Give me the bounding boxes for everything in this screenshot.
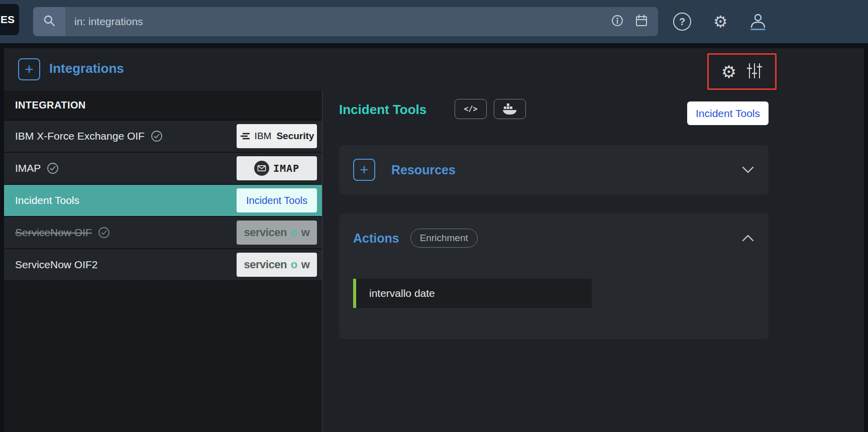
integrations-header: + Integrations ⚙ xyxy=(4,48,864,91)
search-trailing-icons xyxy=(611,14,648,29)
integration-name: ServiceNow OIF xyxy=(15,227,92,239)
detail-title: Incident Tools xyxy=(339,102,426,118)
enrichment-badge: Enrichment xyxy=(410,229,478,248)
table-row-imap[interactable]: IMAP IMAP xyxy=(4,153,322,185)
info-icon[interactable] xyxy=(611,14,624,29)
calendar-icon[interactable] xyxy=(635,14,648,29)
table-row-incident-tools[interactable]: Incident Tools Incident Tools xyxy=(4,185,322,217)
search-input[interactable] xyxy=(65,7,611,36)
add-integration-button[interactable]: + xyxy=(18,58,40,80)
global-search-bar xyxy=(33,7,658,36)
user-active-underline xyxy=(750,29,766,30)
search-icon xyxy=(43,14,56,29)
person-icon xyxy=(750,13,766,28)
add-resource-button[interactable]: + xyxy=(353,159,375,181)
incident-tools-pill-button[interactable]: Incident Tools xyxy=(687,101,769,125)
docker-button[interactable] xyxy=(494,99,526,119)
table-row-servicenow-oif[interactable]: ServiceNow OIF servicenow xyxy=(4,217,322,249)
annotation-highlight-red-box: ⚙ xyxy=(707,53,777,90)
action-item-intervallo-date[interactable]: intervallo date xyxy=(353,279,592,308)
check-icon xyxy=(47,162,59,174)
check-icon xyxy=(151,130,163,142)
action-item-label: intervallo date xyxy=(369,287,435,299)
ibm-logo-icon xyxy=(240,132,251,141)
envelope-icon xyxy=(254,161,269,176)
docker-whale-icon xyxy=(502,102,517,117)
integration-name: Incident Tools xyxy=(15,194,79,206)
top-navigation-bar: ES xyxy=(0,0,868,43)
settings-gear-icon[interactable]: ⚙ xyxy=(713,14,728,30)
integration-table: INTEGRATION IBM X-Force Exchange OIF IBM… xyxy=(4,91,322,432)
ibm-security-logo: IBMSecurity xyxy=(237,124,317,148)
chevron-down-icon[interactable] xyxy=(741,166,754,174)
actions-header: Actions Enrichment xyxy=(339,213,769,248)
servicenow-logo: servicenow xyxy=(237,253,317,277)
page-title: Integrations xyxy=(49,61,124,76)
table-row-servicenow-oif2[interactable]: ServiceNow OIF2 servicenow xyxy=(4,249,322,281)
integration-detail-panel: Incident Tools </> Incident Tools + Reso… xyxy=(339,91,864,432)
actions-section: Actions Enrichment intervallo date xyxy=(339,213,769,339)
integration-name: IMAP xyxy=(15,162,41,174)
integration-column-header: INTEGRATION xyxy=(4,91,322,121)
search-icon-button[interactable] xyxy=(33,7,65,36)
left-fragment-label: ES xyxy=(1,14,15,26)
resources-section: + Resources xyxy=(339,145,769,194)
code-view-button[interactable]: </> xyxy=(455,99,487,119)
check-icon xyxy=(98,227,110,239)
filters-sliders-icon[interactable] xyxy=(746,62,763,82)
servicenow-logo: servicenow xyxy=(237,221,317,245)
integration-name: IBM X-Force Exchange OIF xyxy=(15,130,145,142)
code-icon: </> xyxy=(464,104,477,114)
integration-name: ServiceNow OIF2 xyxy=(15,259,98,271)
table-row-ibm-xforce[interactable]: IBM X-Force Exchange OIF IBMSecurity xyxy=(4,121,322,153)
incident-tools-logo: Incident Tools xyxy=(237,188,317,212)
left-fragment-tile[interactable]: ES xyxy=(0,4,19,35)
chevron-up-icon[interactable] xyxy=(741,234,754,242)
imap-logo: IMAP xyxy=(237,156,317,180)
user-profile-icon[interactable] xyxy=(750,13,766,30)
topbar-action-icons: ? ⚙ xyxy=(673,0,766,43)
actions-title: Actions xyxy=(353,231,399,246)
resources-title: Resources xyxy=(391,163,456,177)
integrations-settings-gear-icon[interactable]: ⚙ xyxy=(721,63,736,80)
help-icon[interactable]: ? xyxy=(673,13,691,31)
